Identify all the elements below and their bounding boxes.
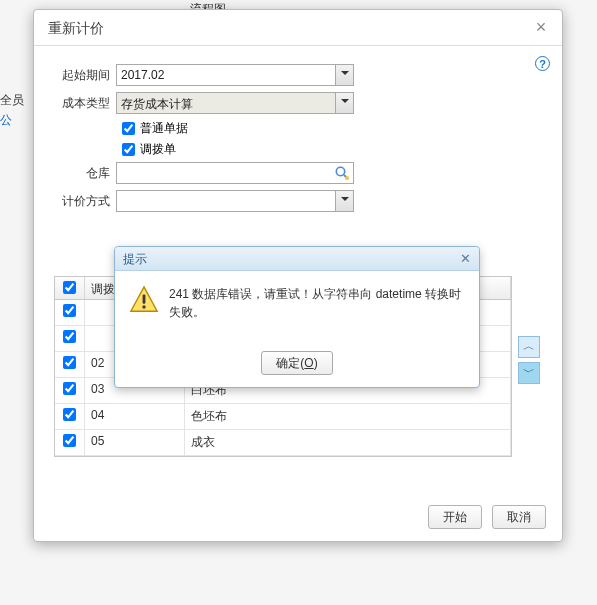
- warning-icon: [129, 285, 159, 315]
- row-name: 成衣: [185, 430, 511, 455]
- row-checkbox-cell: [55, 300, 85, 325]
- row-checkbox-cell: [55, 378, 85, 403]
- table-row[interactable]: 04色坯布: [55, 404, 511, 430]
- ok-button[interactable]: 确定(O): [261, 351, 332, 375]
- ok-prefix: 确定(: [276, 356, 304, 370]
- chevron-down-icon[interactable]: [335, 93, 353, 113]
- row-checkbox[interactable]: [63, 408, 76, 421]
- chevron-down-icon[interactable]: [335, 191, 353, 211]
- transfer-doc-label: 调拨单: [140, 141, 176, 158]
- svg-point-5: [142, 305, 145, 308]
- dialog-title: 重新计价 ×: [34, 10, 562, 46]
- table-row[interactable]: 05成衣: [55, 430, 511, 456]
- price-method-label: 计价方式: [54, 193, 116, 210]
- price-method-select[interactable]: [116, 190, 354, 212]
- row-name: 色坯布: [185, 404, 511, 429]
- cost-type-value: 存货成本计算: [121, 96, 193, 113]
- cost-type-label: 成本类型: [54, 95, 116, 112]
- alert-message: 241 数据库错误，请重试！从字符串向 datetime 转换时失败。: [169, 285, 465, 321]
- alert-title: 提示: [123, 252, 147, 266]
- close-icon[interactable]: ×: [530, 16, 552, 38]
- bg-link-text[interactable]: 公: [0, 112, 12, 129]
- svg-rect-4: [143, 294, 146, 303]
- row-checkbox[interactable]: [63, 304, 76, 317]
- row-code: 05: [85, 430, 185, 455]
- row-checkbox-cell: [55, 404, 85, 429]
- row-checkbox-cell: [55, 326, 85, 351]
- row-checkbox-cell: [55, 352, 85, 377]
- select-all-checkbox[interactable]: [63, 281, 76, 294]
- row-checkbox[interactable]: [63, 330, 76, 343]
- help-icon[interactable]: ?: [535, 56, 550, 71]
- row-checkbox[interactable]: [63, 382, 76, 395]
- ordinary-doc-checkbox[interactable]: [122, 122, 135, 135]
- table-header-checkbox[interactable]: [55, 277, 85, 299]
- warehouse-input[interactable]: [116, 162, 354, 184]
- ok-suffix: ): [314, 356, 318, 370]
- dialog-title-text: 重新计价: [48, 20, 104, 36]
- row-checkbox[interactable]: [63, 434, 76, 447]
- alert-title-bar: 提示 ✕: [115, 247, 479, 271]
- ok-key: O: [304, 356, 313, 370]
- svg-point-0: [336, 167, 344, 175]
- period-select[interactable]: 2017.02: [116, 64, 354, 86]
- error-alert-dialog: 提示 ✕ 241 数据库错误，请重试！从字符串向 datetime 转换时失败。…: [114, 246, 480, 388]
- warehouse-label: 仓库: [54, 165, 116, 182]
- ordinary-doc-label: 普通单据: [140, 120, 188, 137]
- period-label: 起始期间: [54, 67, 116, 84]
- period-value: 2017.02: [121, 68, 164, 82]
- row-checkbox-cell: [55, 430, 85, 455]
- move-down-button[interactable]: ﹀: [518, 362, 540, 384]
- start-button[interactable]: 开始: [428, 505, 482, 529]
- svg-point-2: [345, 176, 349, 180]
- bg-member-text: 全员: [0, 92, 24, 109]
- row-checkbox[interactable]: [63, 356, 76, 369]
- transfer-doc-checkbox[interactable]: [122, 143, 135, 156]
- cost-type-select[interactable]: 存货成本计算: [116, 92, 354, 114]
- row-code: 04: [85, 404, 185, 429]
- move-up-button[interactable]: ︿: [518, 336, 540, 358]
- chevron-down-icon[interactable]: [335, 65, 353, 85]
- search-icon[interactable]: [334, 165, 350, 181]
- cancel-button[interactable]: 取消: [492, 505, 546, 529]
- close-icon[interactable]: ✕: [458, 251, 473, 266]
